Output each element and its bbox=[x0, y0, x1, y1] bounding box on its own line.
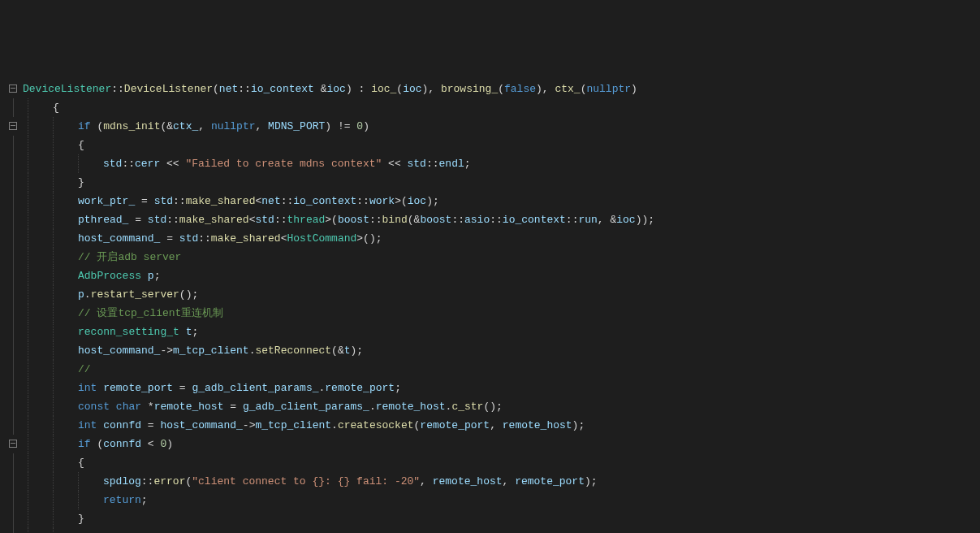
fold-gutter[interactable] bbox=[3, 210, 23, 229]
code-text[interactable]: // 开启adb server bbox=[78, 251, 181, 263]
indent-guide bbox=[28, 416, 53, 435]
code-text[interactable]: { bbox=[78, 139, 84, 151]
code-text[interactable]: std::cerr << "Failed to create mdns cont… bbox=[103, 158, 471, 170]
indent-guide bbox=[28, 117, 53, 136]
fold-gutter[interactable] bbox=[3, 491, 23, 509]
fold-gutter[interactable] bbox=[3, 509, 23, 528]
code-text[interactable]: } bbox=[78, 513, 84, 525]
code-line[interactable]: spdlog::error("client connect to {}: {} … bbox=[3, 472, 980, 491]
code-text[interactable]: return; bbox=[103, 494, 148, 506]
fold-gutter[interactable] bbox=[3, 80, 23, 98]
code-line[interactable]: spdlog::info("client connect to port {},… bbox=[3, 528, 980, 533]
fold-gutter[interactable] bbox=[3, 360, 23, 379]
indent-guide bbox=[28, 397, 53, 416]
code-line[interactable]: AdbProcess p; bbox=[3, 266, 980, 285]
fold-gutter[interactable] bbox=[3, 266, 23, 285]
code-text[interactable]: host_command_ = std::make_shared<HostCom… bbox=[78, 232, 382, 245]
code-text[interactable]: int connfd = host_command_->m_tcp_client… bbox=[78, 419, 585, 431]
token: :: bbox=[451, 214, 464, 226]
code-text[interactable]: DeviceListener::DeviceListener(net::io_c… bbox=[23, 83, 637, 95]
code-line[interactable]: // bbox=[3, 360, 980, 379]
fold-gutter[interactable] bbox=[3, 472, 23, 491]
code-text[interactable]: AdbProcess p; bbox=[78, 270, 160, 282]
token: g_adb_client_params_ bbox=[192, 382, 318, 394]
fold-line-icon bbox=[13, 528, 14, 533]
token: DeviceListener bbox=[124, 83, 213, 95]
fold-gutter[interactable] bbox=[3, 379, 23, 397]
fold-gutter[interactable] bbox=[3, 117, 23, 136]
fold-minus-icon[interactable] bbox=[9, 84, 17, 93]
fold-gutter[interactable] bbox=[3, 435, 23, 453]
code-line[interactable]: // 设置tcp_client重连机制 bbox=[3, 304, 980, 323]
code-line[interactable]: host_command_->m_tcp_client.setReconnect… bbox=[3, 341, 980, 360]
fold-line-icon bbox=[13, 154, 14, 173]
code-text[interactable]: reconn_setting_t t; bbox=[78, 326, 198, 338]
fold-gutter[interactable] bbox=[3, 248, 23, 266]
code-line[interactable]: } bbox=[3, 173, 980, 192]
fold-gutter[interactable] bbox=[3, 285, 23, 304]
code-text[interactable]: // bbox=[78, 363, 91, 375]
fold-gutter[interactable] bbox=[3, 323, 23, 341]
fold-gutter[interactable] bbox=[3, 341, 23, 360]
code-line[interactable]: pthread_ = std::make_shared<std::thread>… bbox=[3, 210, 980, 229]
code-line[interactable]: int remote_port = g_adb_client_params_.r… bbox=[3, 379, 980, 397]
code-line[interactable]: return; bbox=[3, 491, 980, 509]
code-text[interactable]: { bbox=[78, 457, 84, 469]
code-text[interactable]: p.restart_server(); bbox=[78, 288, 198, 301]
code-text[interactable]: if (mdns_init(&ctx_, nullptr, MDNS_PORT)… bbox=[78, 120, 369, 132]
code-text[interactable]: const char *remote_host = g_adb_client_p… bbox=[78, 401, 503, 413]
indent-guide bbox=[53, 397, 78, 416]
code-text[interactable]: spdlog::error("client connect to {}: {} … bbox=[103, 475, 598, 488]
code-line[interactable]: work_ptr_ = std::make_shared<net::io_con… bbox=[3, 192, 980, 210]
indent-guide bbox=[28, 192, 53, 210]
code-text[interactable]: { bbox=[53, 102, 59, 114]
fold-gutter[interactable] bbox=[3, 173, 23, 192]
code-line[interactable]: const char *remote_host = g_adb_client_p… bbox=[3, 397, 980, 416]
code-line[interactable]: if (connfd < 0) bbox=[3, 435, 980, 453]
code-line[interactable]: if (mdns_init(&ctx_, nullptr, MDNS_PORT)… bbox=[3, 117, 980, 136]
token: -> bbox=[243, 419, 256, 431]
code-line[interactable]: int connfd = host_command_->m_tcp_client… bbox=[3, 416, 980, 435]
code-text[interactable]: if (connfd < 0) bbox=[78, 438, 173, 450]
fold-gutter[interactable] bbox=[3, 229, 23, 248]
code-text[interactable]: work_ptr_ = std::make_shared<net::io_con… bbox=[78, 195, 439, 207]
fold-gutter[interactable] bbox=[3, 416, 23, 435]
code-text[interactable]: } bbox=[78, 176, 84, 188]
code-line[interactable]: p.restart_server(); bbox=[3, 285, 980, 304]
indent-guide bbox=[53, 266, 78, 285]
code-text[interactable]: // 设置tcp_client重连机制 bbox=[78, 307, 223, 319]
fold-gutter[interactable] bbox=[3, 528, 23, 533]
token: ), bbox=[536, 83, 555, 95]
code-line[interactable]: { bbox=[3, 453, 980, 472]
token: { bbox=[78, 139, 84, 151]
fold-gutter[interactable] bbox=[3, 192, 23, 210]
code-line[interactable]: DeviceListener::DeviceListener(net::io_c… bbox=[3, 80, 980, 98]
fold-gutter[interactable] bbox=[3, 154, 23, 173]
fold-line-icon bbox=[13, 360, 14, 379]
fold-gutter[interactable] bbox=[3, 453, 23, 472]
code-line[interactable]: std::cerr << "Failed to create mdns cont… bbox=[3, 154, 980, 173]
token: io_context bbox=[503, 214, 566, 226]
token: io_context bbox=[293, 195, 356, 207]
token: char bbox=[116, 401, 141, 413]
code-text[interactable]: host_command_->m_tcp_client.setReconnect… bbox=[78, 344, 363, 357]
code-line[interactable]: // 开启adb server bbox=[3, 248, 980, 266]
fold-gutter[interactable] bbox=[3, 98, 23, 117]
code-line[interactable]: { bbox=[3, 136, 980, 154]
fold-minus-icon[interactable] bbox=[9, 122, 17, 130]
fold-gutter[interactable] bbox=[3, 304, 23, 323]
code-line[interactable]: } bbox=[3, 509, 980, 528]
code-line[interactable]: reconn_setting_t t; bbox=[3, 323, 980, 341]
code-line[interactable]: host_command_ = std::make_shared<HostCom… bbox=[3, 229, 980, 248]
fold-gutter[interactable] bbox=[3, 136, 23, 154]
code-editor[interactable]: DeviceListener::DeviceListener(net::io_c… bbox=[3, 80, 980, 533]
code-text[interactable]: int remote_port = g_adb_client_params_.r… bbox=[78, 382, 401, 394]
fold-minus-icon[interactable] bbox=[9, 440, 17, 448]
token: ioc_ bbox=[371, 83, 396, 95]
code-text[interactable]: pthread_ = std::make_shared<std::thread>… bbox=[78, 214, 654, 226]
fold-line-icon bbox=[13, 266, 14, 285]
fold-gutter[interactable] bbox=[3, 397, 23, 416]
code-line[interactable]: { bbox=[3, 98, 980, 117]
indent-guide bbox=[28, 491, 53, 509]
indent-guide bbox=[28, 379, 53, 397]
